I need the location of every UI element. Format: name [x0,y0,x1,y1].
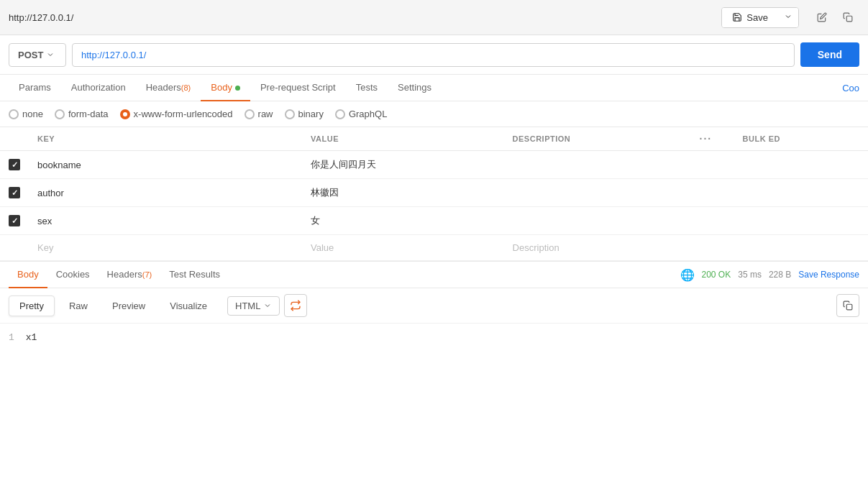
save-dropdown-button[interactable] [778,8,798,27]
send-button[interactable]: Send [800,42,859,67]
format-chevron-icon [263,301,272,310]
radio-binary [285,109,295,119]
resp-tab-test-results[interactable]: Test Results [160,262,229,288]
cookies-link[interactable]: Coo [842,75,859,101]
svg-rect-0 [846,16,852,22]
tab-params[interactable]: Params [9,75,61,101]
save-icon [732,12,742,22]
url-input[interactable] [72,43,795,67]
row2-description[interactable] [504,179,691,207]
body-type-graphql[interactable]: GraphQL [335,109,387,119]
body-type-binary[interactable]: binary [285,109,324,119]
view-tab-preview[interactable]: Preview [102,296,155,316]
row3-key[interactable]: sex [29,207,302,235]
body-type-form-data[interactable]: form-data [55,109,109,119]
tab-body[interactable]: Body [201,75,250,101]
copy-response-button[interactable] [836,294,859,317]
word-wrap-button[interactable] [284,294,307,317]
response-size: 228 B [769,270,791,280]
globe-icon[interactable]: 🌐 [680,268,695,282]
response-tabs-row: Body Cookies Headers(7) Test Results 🌐 2… [0,261,868,288]
body-type-none[interactable]: none [9,109,43,119]
url-bar: http://127.0.0.1/ Save [0,0,868,35]
table-row: sex 女 [0,207,868,235]
tab-pre-request[interactable]: Pre-request Script [250,75,346,101]
placeholder-value[interactable]: Value [302,235,504,261]
col-bulk-edit: Bulk Ed [734,127,868,151]
tab-authorization[interactable]: Authorization [61,75,136,101]
table-row: author 林徽因 [0,179,868,207]
method-label: POST [18,50,43,60]
svg-rect-1 [846,304,852,310]
col-description: DESCRIPTION [504,127,691,151]
resp-tab-headers[interactable]: Headers(7) [99,262,161,288]
params-table-container: KEY VALUE DESCRIPTION ··· Bulk Ed bookna… [0,127,868,261]
format-selector[interactable]: HTML [227,296,280,316]
params-table: KEY VALUE DESCRIPTION ··· Bulk Ed bookna… [0,127,868,261]
view-tab-raw[interactable]: Raw [59,296,98,316]
tab-settings[interactable]: Settings [388,75,442,101]
request-tabs: Params Authorization Headers(8) Body Pre… [0,75,868,101]
response-time: 35 ms [738,270,762,280]
body-type-urlencoded[interactable]: x-www-form-urlencoded [120,109,233,119]
radio-raw [245,109,255,119]
radio-form-data [55,109,65,119]
more-options-icon[interactable]: ··· [700,133,713,145]
save-button[interactable]: Save [722,8,778,27]
placeholder-description[interactable]: Description [504,235,691,261]
placeholder-key[interactable]: Key [29,235,302,261]
body-type-selector: none form-data x-www-form-urlencoded raw… [0,101,868,127]
col-more: ··· [691,127,734,151]
code-line-1: x1 [26,332,37,343]
pencil-icon [817,12,827,22]
row3-checkbox[interactable] [9,215,20,226]
radio-graphql [335,109,345,119]
row2-checkbox[interactable] [9,187,20,198]
chevron-down-icon [784,12,792,21]
response-status-area: 🌐 200 OK 35 ms 228 B Save Response [680,268,859,282]
row1-key[interactable]: bookname [29,151,302,179]
icon-buttons [810,6,859,29]
save-response-button[interactable]: Save Response [798,270,859,280]
table-row: bookname 你是人间四月天 [0,151,868,179]
body-type-raw[interactable]: raw [245,109,273,119]
method-chevron-icon [46,50,55,59]
body-dot-indicator [235,86,240,91]
response-code-area: 1x1 [0,324,868,352]
row2-value[interactable]: 林徽因 [302,179,504,207]
request-bar: POST Send [0,35,868,75]
row1-checkbox[interactable] [9,159,20,170]
table-row-placeholder: Key Value Description [0,235,868,261]
radio-none [9,109,19,119]
method-selector[interactable]: POST [9,43,66,67]
copy-response-icon [843,301,853,311]
status-code: 200 OK [702,270,731,280]
tab-headers[interactable]: Headers(8) [136,75,201,101]
row1-value[interactable]: 你是人间四月天 [302,151,504,179]
wrap-icon [290,300,301,311]
save-btn-group: Save [721,7,799,28]
row2-key[interactable]: author [29,179,302,207]
resp-tab-cookies[interactable]: Cookies [47,262,99,288]
col-key: KEY [29,127,302,151]
row3-description[interactable] [504,207,691,235]
app-container: http://127.0.0.1/ Save POST Sen [0,0,868,486]
view-tab-pretty[interactable]: Pretty [9,295,55,316]
row1-description[interactable] [504,151,691,179]
row3-value[interactable]: 女 [302,207,504,235]
save-label: Save [746,12,768,23]
view-tab-visualize[interactable]: Visualize [160,296,217,316]
url-display: http://127.0.0.1/ [9,12,716,23]
copy-icon [843,12,853,22]
col-value: VALUE [302,127,504,151]
line-number-1: 1 [9,332,14,343]
copy-button[interactable] [836,6,859,29]
tab-tests[interactable]: Tests [346,75,388,101]
resp-tab-body[interactable]: Body [9,262,47,288]
edit-button[interactable] [810,6,833,29]
col-checkbox [0,127,29,151]
response-toolbar: Pretty Raw Preview Visualize HTML [0,288,868,324]
radio-urlencoded [120,109,130,119]
